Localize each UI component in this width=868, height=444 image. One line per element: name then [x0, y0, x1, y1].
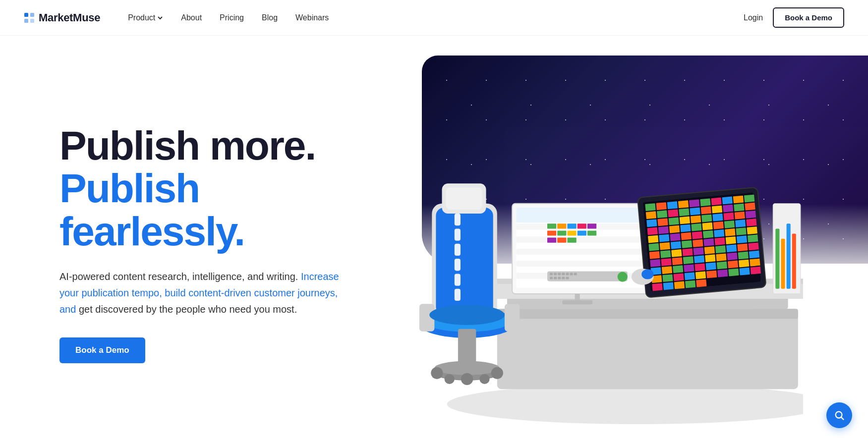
- svg-rect-68: [735, 212, 745, 220]
- svg-rect-154: [562, 273, 565, 275]
- svg-rect-7: [497, 309, 798, 319]
- svg-rect-115: [705, 254, 715, 262]
- svg-rect-114: [694, 255, 704, 263]
- chevron-down-icon: [157, 15, 163, 21]
- svg-rect-105: [704, 246, 715, 254]
- nav-item-webinars[interactable]: Webinars: [288, 9, 337, 26]
- svg-rect-50: [646, 211, 656, 219]
- svg-rect-59: [745, 203, 755, 211]
- svg-rect-65: [701, 215, 712, 222]
- svg-rect-18: [516, 255, 648, 261]
- svg-rect-159: [554, 277, 557, 279]
- svg-rect-48: [733, 196, 744, 204]
- svg-rect-151: [550, 273, 553, 275]
- svg-rect-23: [557, 223, 566, 228]
- svg-rect-160: [558, 277, 561, 279]
- svg-rect-29: [567, 230, 576, 235]
- hero-cta-button[interactable]: Book a Demo: [59, 337, 145, 363]
- svg-rect-122: [673, 265, 683, 273]
- svg-rect-97: [726, 236, 736, 244]
- svg-rect-169: [436, 208, 493, 315]
- svg-rect-63: [680, 217, 690, 224]
- svg-rect-51: [657, 210, 667, 218]
- hero-section: Publish more. Publish fearlessly. AI-pow…: [0, 36, 868, 442]
- svg-rect-30: [578, 230, 586, 235]
- svg-rect-42: [667, 201, 678, 209]
- svg-rect-127: [728, 261, 738, 269]
- nav-item-blog[interactable]: Blog: [254, 9, 286, 26]
- svg-rect-139: [751, 267, 761, 275]
- svg-rect-108: [737, 243, 748, 251]
- svg-rect-137: [728, 269, 739, 277]
- svg-rect-31: [587, 230, 596, 235]
- svg-rect-102: [671, 249, 682, 257]
- svg-rect-15: [516, 237, 648, 243]
- svg-rect-41: [656, 202, 667, 210]
- svg-rect-79: [746, 219, 756, 226]
- svg-rect-26: [587, 223, 596, 228]
- svg-rect-172: [455, 244, 461, 256]
- hero-content: Publish more. Publish fearlessly. AI-pow…: [59, 124, 367, 363]
- book-demo-nav-button[interactable]: Book a Demo: [773, 7, 844, 28]
- svg-rect-136: [717, 270, 728, 278]
- svg-rect-81: [659, 234, 669, 242]
- svg-rect-171: [455, 228, 461, 240]
- svg-rect-124: [694, 263, 705, 271]
- login-link[interactable]: Login: [744, 13, 763, 22]
- svg-rect-94: [693, 239, 703, 247]
- svg-rect-69: [746, 211, 756, 219]
- svg-rect-147: [781, 239, 785, 289]
- svg-rect-85: [703, 230, 713, 238]
- logo-link[interactable]: MarketMuse: [24, 11, 100, 24]
- svg-rect-116: [716, 253, 726, 261]
- svg-rect-110: [650, 259, 660, 267]
- svg-rect-149: [792, 234, 796, 289]
- svg-rect-17: [516, 249, 648, 255]
- svg-rect-88: [736, 227, 746, 235]
- svg-rect-157: [574, 273, 577, 275]
- navbar: MarketMuse Product About Pricing Blog We…: [0, 0, 868, 36]
- svg-rect-73: [680, 224, 691, 232]
- svg-rect-150: [547, 271, 628, 281]
- svg-rect-98: [737, 235, 747, 243]
- svg-rect-128: [739, 260, 749, 268]
- svg-rect-67: [723, 213, 734, 221]
- svg-rect-60: [646, 219, 657, 227]
- svg-rect-101: [660, 250, 671, 258]
- svg-rect-80: [648, 235, 658, 243]
- svg-point-185: [461, 373, 473, 385]
- svg-rect-22: [547, 223, 556, 228]
- svg-point-4: [447, 384, 803, 424]
- svg-rect-107: [726, 244, 737, 252]
- svg-rect-177: [446, 187, 482, 210]
- svg-rect-49: [744, 195, 754, 203]
- svg-rect-141: [663, 282, 674, 290]
- svg-rect-93: [682, 240, 692, 248]
- svg-rect-148: [787, 223, 791, 289]
- svg-rect-25: [578, 223, 586, 228]
- svg-rect-82: [670, 233, 680, 241]
- svg-rect-117: [727, 252, 737, 260]
- svg-rect-77: [724, 221, 735, 228]
- svg-rect-161: [562, 277, 565, 279]
- nav-item-pricing[interactable]: Pricing: [212, 9, 252, 26]
- svg-rect-45: [700, 198, 710, 206]
- svg-rect-54: [690, 207, 700, 215]
- svg-rect-55: [701, 207, 711, 215]
- svg-rect-6: [497, 309, 798, 389]
- svg-rect-86: [714, 229, 724, 237]
- svg-rect-70: [647, 227, 658, 235]
- svg-rect-84: [692, 231, 702, 239]
- search-fab-button[interactable]: [826, 402, 852, 428]
- hero-title-line2: Publish fearlessly.: [59, 167, 367, 252]
- nav-item-about[interactable]: About: [173, 9, 210, 26]
- svg-rect-129: [750, 259, 760, 267]
- svg-rect-74: [691, 223, 701, 231]
- svg-rect-131: [662, 274, 673, 282]
- svg-rect-109: [748, 242, 758, 250]
- svg-rect-118: [738, 251, 749, 259]
- nav-item-product[interactable]: Product: [120, 9, 171, 26]
- svg-rect-71: [658, 226, 669, 234]
- svg-rect-113: [683, 256, 694, 264]
- svg-rect-111: [661, 258, 671, 266]
